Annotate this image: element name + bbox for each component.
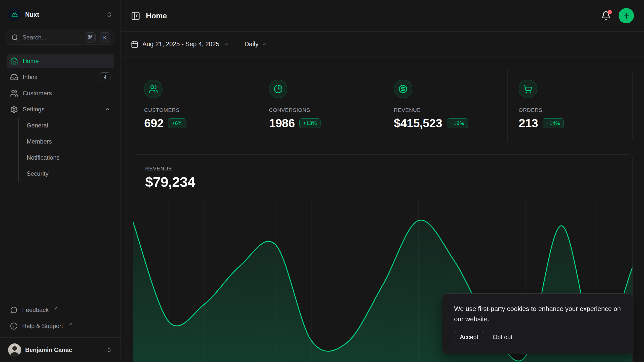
pie-chart-icon (269, 80, 287, 98)
search-placeholder: Search... (22, 34, 81, 41)
external-link-icon: ↗ (68, 321, 72, 327)
granularity-value: Daily (245, 40, 259, 48)
sidebar-nav: Home Inbox 4 Customers Settings Ge (7, 54, 114, 183)
user-name: Benjamin Canac (25, 346, 102, 353)
revenue-chart-value: $79,234 (145, 174, 620, 190)
external-link-icon: ↗ (54, 305, 58, 311)
calendar-icon (131, 40, 138, 48)
stat-delta-badge: +13% (299, 118, 320, 128)
sidebar-item-customers[interactable]: Customers (7, 86, 114, 101)
help-support-link[interactable]: Help & Support ↗ (7, 319, 114, 333)
stat-card-orders[interactable]: ORDERS 213 +14% (508, 69, 632, 142)
home-icon (10, 57, 18, 65)
stat-card-customers[interactable]: CUSTOMERS 692 +6% (133, 69, 258, 142)
feedback-link[interactable]: Feedback ↗ (7, 303, 114, 317)
stat-label: ORDERS (519, 107, 621, 113)
help-support-label: Help & Support (22, 323, 63, 330)
inbox-icon (10, 73, 18, 81)
chevron-down-icon (223, 41, 229, 47)
sidebar-item-settings[interactable]: Settings (7, 102, 114, 117)
workspace-name: Nuxt (25, 11, 102, 18)
page-header: Home (121, 0, 644, 32)
stat-label: CONVERSIONS (269, 107, 371, 113)
stat-value: 692 (144, 116, 164, 130)
sidebar-item-notifications[interactable]: Notifications (27, 150, 114, 165)
sidebar-item-label: Customers (23, 90, 110, 97)
stat-value: 213 (519, 116, 538, 130)
revenue-chart-label: REVENUE (145, 166, 620, 172)
info-circle-icon (10, 322, 18, 330)
cookie-banner: We use first-party cookies to enhance yo… (442, 293, 634, 354)
users-icon (144, 80, 163, 98)
dollar-circle-icon (394, 80, 412, 98)
granularity-select[interactable]: Daily (245, 40, 268, 48)
cart-icon (519, 80, 537, 98)
stat-value: $415,523 (394, 116, 442, 130)
add-button[interactable] (619, 8, 634, 23)
page-title: Home (146, 12, 167, 20)
collapse-sidebar-icon[interactable] (131, 11, 140, 21)
workspace-switcher[interactable]: Nuxt (7, 6, 114, 23)
stat-label: CUSTOMERS (144, 107, 247, 113)
stats-row: CUSTOMERS 692 +6% CONVERSIONS 1986 +13% (133, 69, 633, 142)
sidebar-item-home[interactable]: Home (7, 54, 114, 68)
stat-card-revenue[interactable]: REVENUE $415,523 +18% (383, 69, 508, 142)
opt-out-button[interactable]: Opt out (493, 334, 512, 341)
stat-card-conversions[interactable]: CONVERSIONS 1986 +13% (258, 69, 383, 142)
stat-delta-badge: +18% (447, 118, 468, 128)
sidebar-item-general[interactable]: General (27, 118, 114, 133)
settings-subnav: General Members Notifications Security (18, 118, 114, 183)
inbox-count-badge: 4 (100, 72, 110, 82)
sidebar: Nuxt Search... ⌘ K Home Inbox 4 (0, 0, 121, 362)
stat-delta-badge: +14% (543, 118, 564, 128)
sidebar-item-label: Home (23, 58, 110, 65)
accept-button[interactable]: Accept (454, 331, 484, 343)
stat-label: REVENUE (394, 107, 496, 113)
filter-bar: Aug 21, 2025 - Sep 4, 2025 Daily (121, 32, 644, 57)
search-icon (11, 34, 18, 41)
sidebar-item-members[interactable]: Members (27, 134, 114, 149)
sidebar-item-label: Inbox (23, 74, 95, 81)
user-menu[interactable]: Benjamin Canac (7, 338, 114, 362)
avatar (8, 343, 21, 356)
nuxt-logo (8, 8, 21, 21)
search-input[interactable]: Search... ⌘ K (7, 30, 114, 45)
gear-icon (10, 105, 18, 113)
stat-delta-badge: +6% (168, 118, 186, 128)
kbd-k: K (100, 32, 110, 42)
sidebar-item-label: Settings (23, 106, 100, 113)
cookie-message: We use first-party cookies to enhance yo… (454, 304, 622, 324)
notification-dot (608, 10, 612, 14)
users-icon (10, 89, 18, 97)
chevron-down-icon (261, 41, 267, 47)
sidebar-item-security[interactable]: Security (27, 166, 114, 181)
date-range-picker[interactable]: Aug 21, 2025 - Sep 4, 2025 (131, 40, 229, 48)
chevron-up-down-icon (106, 347, 112, 353)
chevron-up-icon (104, 106, 110, 112)
sidebar-item-inbox[interactable]: Inbox 4 (7, 70, 114, 84)
chat-bubble-icon (10, 306, 18, 314)
date-range-value: Aug 21, 2025 - Sep 4, 2025 (142, 40, 219, 48)
notifications-button[interactable] (601, 11, 611, 21)
feedback-label: Feedback (22, 306, 49, 313)
kbd-cmd: ⌘ (85, 32, 96, 42)
stat-value: 1986 (269, 116, 295, 130)
chevron-up-down-icon[interactable] (106, 11, 112, 18)
